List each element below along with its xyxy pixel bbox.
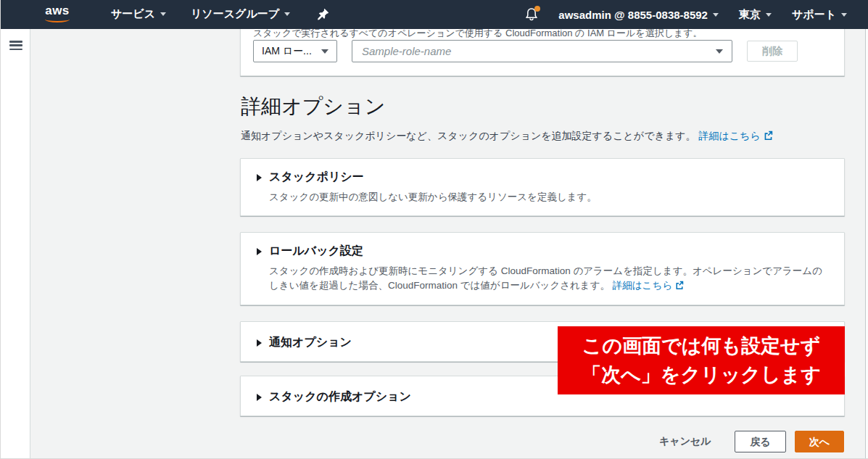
top-navbar: aws サービス リソースグループ awsadmin @ 8855-0838-8… bbox=[1, 0, 868, 29]
learn-more-label: 詳細はこちら bbox=[613, 280, 672, 291]
hamburger-menu-icon[interactable] bbox=[9, 41, 22, 51]
page-title: 詳細オプション bbox=[241, 93, 385, 120]
nav-resource-groups-menu[interactable]: リソースグループ bbox=[191, 7, 290, 21]
aws-logo-text: aws bbox=[41, 4, 74, 17]
annotation-line-2: 「次へ」をクリックします bbox=[582, 360, 821, 389]
support-label: サポート bbox=[792, 8, 836, 22]
account-menu[interactable]: awsadmin @ 8855-0838-8592 bbox=[558, 9, 719, 21]
page-description: 通知オプションやスタックポリシーなど、スタックのオプションを追加設定することがで… bbox=[241, 130, 773, 143]
chevron-down-icon bbox=[160, 12, 166, 16]
pin-icon[interactable] bbox=[317, 8, 329, 20]
nav-services-menu[interactable]: サービス bbox=[111, 7, 166, 21]
triangle-right-icon bbox=[257, 339, 262, 347]
chevron-down-icon bbox=[841, 13, 847, 17]
region-menu[interactable]: 東京 bbox=[739, 8, 772, 22]
chevron-down-icon bbox=[766, 13, 772, 17]
page-description-text: 通知オプションやスタックポリシーなど、スタックのオプションを追加設定することがで… bbox=[241, 130, 695, 141]
notification-badge bbox=[534, 6, 540, 12]
section-title: 通知オプション bbox=[269, 335, 352, 350]
notifications-bell[interactable] bbox=[525, 7, 538, 22]
instruction-annotation: この画面では何も設定せず 「次へ」をクリックします bbox=[558, 326, 845, 394]
aws-logo[interactable]: aws bbox=[41, 4, 74, 25]
section-title: ロールバック設定 bbox=[269, 244, 363, 259]
chevron-down-icon bbox=[713, 13, 719, 17]
scrollbar[interactable] bbox=[865, 29, 868, 458]
chevron-down-icon bbox=[284, 12, 290, 16]
iam-role-name-combobox bbox=[352, 40, 732, 62]
section-stack-policy: スタックポリシー スタックの更新中の意図しない更新から保護するリソースを定義しま… bbox=[240, 158, 845, 216]
iam-role-type-select[interactable]: IAM ロー... bbox=[253, 40, 337, 62]
section-stack-policy-toggle[interactable]: スタックポリシー bbox=[241, 159, 844, 185]
window-frame: aws サービス リソースグループ awsadmin @ 8855-0838-8… bbox=[0, 0, 868, 459]
external-link-icon bbox=[675, 281, 684, 289]
support-menu[interactable]: サポート bbox=[792, 8, 847, 22]
external-link-icon bbox=[764, 131, 773, 140]
left-sidebar bbox=[1, 29, 30, 458]
chevron-down-icon[interactable] bbox=[716, 49, 723, 54]
cancel-button[interactable]: キャンセル bbox=[659, 435, 711, 448]
section-rollback-config: ロールバック設定 スタックの作成時および更新時にモニタリングする CloudFo… bbox=[240, 232, 845, 305]
delete-button[interactable]: 削除 bbox=[747, 41, 798, 62]
next-button[interactable]: 次へ bbox=[795, 431, 844, 452]
section-title: スタックの作成オプション bbox=[269, 389, 411, 405]
nav-resource-groups-label: リソースグループ bbox=[191, 7, 279, 21]
learn-more-link[interactable]: 詳細はこちら bbox=[698, 130, 772, 141]
learn-more-label: 詳細はこちら bbox=[698, 130, 760, 141]
section-rollback-config-toggle[interactable]: ロールバック設定 bbox=[241, 233, 844, 259]
triangle-right-icon bbox=[257, 248, 262, 255]
chevron-down-icon bbox=[321, 49, 328, 54]
learn-more-link[interactable]: 詳細はこちら bbox=[613, 280, 684, 291]
navbar-right-group: awsadmin @ 8855-0838-8592 東京 サポート bbox=[525, 0, 847, 29]
back-button[interactable]: 戻る bbox=[735, 431, 786, 452]
iam-role-type-value: IAM ロー... bbox=[262, 45, 312, 58]
annotation-line-1: この画面では何も設定せず bbox=[582, 331, 820, 360]
iam-role-name-input[interactable] bbox=[352, 40, 732, 62]
nav-services-label: サービス bbox=[111, 7, 155, 21]
account-label: awsadmin @ 8855-0838-8592 bbox=[558, 9, 708, 21]
section-description: スタックの更新中の意図しない更新から保護するリソースを定義します。 bbox=[269, 190, 828, 204]
section-description-text: スタックの作成時および更新時にモニタリングする CloudFormation の… bbox=[269, 265, 822, 291]
section-title: スタックポリシー bbox=[269, 170, 364, 185]
section-description: スタックの作成時および更新時にモニタリングする CloudFormation の… bbox=[269, 264, 828, 293]
region-label: 東京 bbox=[739, 8, 761, 22]
triangle-right-icon bbox=[257, 394, 262, 401]
triangle-right-icon bbox=[257, 174, 262, 181]
